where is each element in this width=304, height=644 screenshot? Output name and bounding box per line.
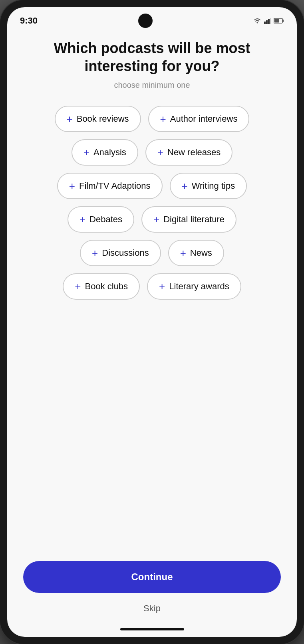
plus-icon: +: [92, 248, 98, 258]
chip-label-news: News: [190, 248, 212, 258]
chips-row: +Book reviews+Author interviews: [55, 106, 250, 132]
svg-rect-3: [268, 19, 270, 24]
plus-icon: +: [157, 147, 163, 158]
plus-icon: +: [159, 281, 165, 292]
svg-rect-4: [270, 18, 271, 24]
chip-new-releases[interactable]: +New releases: [145, 139, 232, 166]
battery-icon: [274, 18, 284, 24]
phone-frame: 9:30: [0, 0, 304, 644]
main-content: Which podcasts will be most interesting …: [7, 31, 297, 549]
plus-icon: +: [180, 248, 186, 258]
status-icons: [253, 18, 284, 24]
chips-row: +Film/TV Adaptions+Writing tips: [57, 173, 247, 199]
chip-news[interactable]: +News: [168, 240, 224, 266]
chip-label-debates: Debates: [89, 214, 122, 225]
continue-button[interactable]: Continue: [23, 561, 281, 593]
chips-row: +Debates+Digital literature: [68, 206, 236, 233]
plus-icon: +: [79, 214, 85, 225]
status-time: 9:30: [20, 16, 38, 26]
page-subtitle: choose minimum one: [23, 81, 281, 90]
plus-icon: +: [182, 181, 188, 191]
svg-rect-1: [264, 22, 266, 24]
chips-row: +Discussions+News: [80, 240, 224, 266]
chip-label-author-interviews: Author interviews: [170, 114, 238, 124]
plus-icon: +: [67, 114, 73, 124]
chips-row: +Book clubs+Literary awards: [63, 273, 241, 300]
chip-discussions[interactable]: +Discussions: [80, 240, 161, 266]
chip-debates[interactable]: +Debates: [68, 206, 134, 233]
svg-rect-7: [274, 19, 279, 23]
chip-book-reviews[interactable]: +Book reviews: [55, 106, 141, 132]
chips-container: +Book reviews+Author interviews+Analysis…: [23, 106, 281, 300]
chip-digital-literature[interactable]: +Digital literature: [141, 206, 236, 233]
plus-icon: +: [160, 114, 166, 124]
page-title: Which podcasts will be most interesting …: [23, 39, 281, 75]
chip-label-writing-tips: Writing tips: [192, 181, 235, 191]
signal-icon: [264, 18, 271, 24]
chip-label-digital-literature: Digital literature: [163, 214, 225, 225]
chip-analysis[interactable]: +Analysis: [72, 139, 138, 166]
chip-literary-awards[interactable]: +Literary awards: [147, 273, 241, 300]
chip-label-book-clubs: Book clubs: [85, 281, 128, 292]
bottom-area: Continue Skip: [7, 549, 297, 624]
phone-screen: 9:30: [7, 7, 297, 637]
chip-label-book-reviews: Book reviews: [77, 114, 129, 124]
chip-label-film-tv-adaptions: Film/TV Adaptions: [79, 181, 151, 191]
chip-label-new-releases: New releases: [167, 147, 221, 158]
home-indicator: [120, 628, 184, 630]
plus-icon: +: [75, 281, 81, 292]
plus-icon: +: [69, 181, 75, 191]
chip-writing-tips[interactable]: +Writing tips: [170, 173, 247, 199]
wifi-icon: [253, 18, 262, 24]
chip-film-tv-adaptions[interactable]: +Film/TV Adaptions: [57, 173, 163, 199]
plus-icon: +: [153, 214, 159, 225]
chip-label-discussions: Discussions: [102, 248, 149, 258]
chip-author-interviews[interactable]: +Author interviews: [148, 106, 250, 132]
chip-book-clubs[interactable]: +Book clubs: [63, 273, 140, 300]
svg-point-0: [256, 22, 258, 24]
skip-button[interactable]: Skip: [135, 601, 169, 616]
status-bar: 9:30: [7, 7, 297, 31]
plus-icon: +: [83, 147, 89, 158]
svg-rect-2: [266, 20, 268, 24]
chip-label-literary-awards: Literary awards: [169, 281, 229, 292]
camera-cutout: [138, 14, 153, 28]
chips-row: +Analysis+New releases: [72, 139, 233, 166]
chip-label-analysis: Analysis: [93, 147, 126, 158]
svg-rect-6: [282, 20, 284, 22]
